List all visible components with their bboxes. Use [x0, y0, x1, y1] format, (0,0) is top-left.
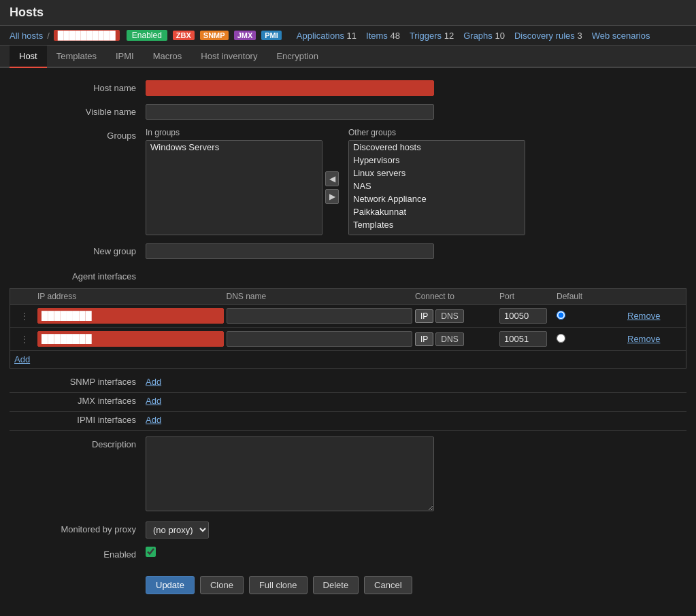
port-header: Port: [499, 292, 554, 301]
connect-dns-btn-2[interactable]: DNS: [435, 332, 463, 346]
monitored-by-proxy-label: Monitored by proxy: [10, 521, 146, 534]
remove-link-2[interactable]: Remove: [627, 334, 682, 344]
dns-input-2[interactable]: [227, 331, 413, 347]
host-name-input[interactable]: [146, 80, 434, 96]
port-input-1[interactable]: [499, 308, 547, 324]
port-input-2[interactable]: [499, 331, 547, 347]
enabled-label: Enabled: [10, 547, 146, 560]
default-header: Default: [557, 292, 625, 301]
full-clone-button[interactable]: Full clone: [249, 576, 308, 594]
snmp-interfaces-row: SNMP interfaces Add: [0, 377, 696, 387]
tab-host[interactable]: Host: [10, 46, 47, 68]
new-group-input[interactable]: [146, 243, 434, 259]
description-row: Description: [0, 437, 696, 513]
tab-encryption[interactable]: Encryption: [267, 46, 327, 68]
nav-items[interactable]: Items 48: [366, 31, 400, 41]
in-groups-list[interactable]: Windows Servers: [146, 140, 322, 235]
nav-applications[interactable]: Applications 11: [297, 31, 357, 41]
tab-host-inventory[interactable]: Host inventory: [191, 46, 267, 68]
delete-button[interactable]: Delete: [313, 576, 359, 594]
enabled-row: Enabled: [0, 547, 696, 560]
new-group-label: New group: [10, 243, 146, 256]
nav-triggers[interactable]: Triggers 12: [410, 31, 454, 41]
interface-row: ⋮ IP DNS Remove: [10, 305, 686, 328]
interfaces-header: IP address DNS name Connect to Port Defa…: [10, 289, 686, 305]
action-buttons: Update Clone Full clone Delete Cancel: [136, 568, 696, 602]
tab-ipmi[interactable]: IPMI: [106, 46, 144, 68]
interface-row: ⋮ IP DNS Remove: [10, 328, 686, 351]
agent-interfaces-label-row: Agent interfaces: [0, 267, 696, 286]
connect-ip-btn-1[interactable]: IP: [415, 309, 433, 323]
ipmi-interfaces-label: IPMI interfaces: [10, 415, 146, 425]
dns-name-header: DNS name: [227, 292, 413, 301]
visible-name-row: Visible name: [0, 104, 696, 120]
jmx-interfaces-label: JMX interfaces: [10, 396, 146, 406]
groups-row: Groups In groups Other groups Windows Se…: [0, 128, 696, 235]
tag-jmx: JMX: [234, 31, 256, 40]
connect-to-header: Connect to: [415, 292, 497, 301]
in-groups-label: In groups: [146, 128, 322, 137]
enabled-checkbox[interactable]: [146, 547, 156, 557]
ipmi-interfaces-row: IPMI interfaces Add: [0, 415, 696, 425]
nav-links: Applications 11 Items 48 Triggers 12 Gra…: [297, 31, 650, 41]
tag-zbx: ZBX: [173, 31, 195, 40]
agent-interfaces-label: Agent interfaces: [10, 271, 146, 281]
agent-interfaces-section: IP address DNS name Connect to Port Defa…: [10, 288, 686, 369]
current-host-badge: ██████████: [54, 30, 120, 41]
nav-web-scenarios[interactable]: Web scenarios: [592, 31, 650, 41]
tag-snmp: SNMP: [200, 31, 229, 40]
monitored-by-proxy-row: Monitored by proxy (no proxy): [0, 521, 696, 538]
nav-discovery[interactable]: Discovery rules 3: [514, 31, 582, 41]
proxy-select[interactable]: (no proxy): [146, 521, 209, 538]
ipmi-add-link[interactable]: Add: [146, 415, 161, 425]
tabs-bar: Host Templates IPMI Macros Host inventor…: [0, 46, 696, 68]
nav-graphs[interactable]: Graphs 10: [463, 31, 505, 41]
drag-handle-2[interactable]: ⋮: [14, 334, 35, 345]
visible-name-label: Visible name: [10, 104, 146, 117]
ip-input-2[interactable]: [37, 331, 224, 347]
snmp-interfaces-label: SNMP interfaces: [10, 377, 146, 387]
page-title: Hosts: [10, 5, 44, 19]
snmp-add-link[interactable]: Add: [146, 377, 161, 387]
status-badge: Enabled: [127, 30, 167, 41]
description-label: Description: [10, 437, 146, 449]
form-area: Host name Visible name Groups In groups …: [0, 68, 696, 615]
visible-name-input[interactable]: [146, 104, 434, 120]
drag-handle[interactable]: ⋮: [14, 311, 35, 322]
remove-link-1[interactable]: Remove: [627, 311, 682, 321]
jmx-add-link[interactable]: Add: [146, 396, 161, 406]
tab-templates[interactable]: Templates: [47, 46, 106, 68]
move-left-button[interactable]: ◀: [325, 171, 339, 186]
breadcrumb-separator: /: [47, 31, 50, 41]
tab-macros[interactable]: Macros: [144, 46, 192, 68]
connect-ip-btn-2[interactable]: IP: [415, 332, 433, 346]
clone-button[interactable]: Clone: [200, 576, 244, 594]
move-right-button[interactable]: ▶: [325, 189, 339, 204]
groups-label: Groups: [10, 128, 146, 141]
page-header: Hosts: [0, 0, 696, 26]
default-radio-1[interactable]: [557, 311, 565, 320]
breadcrumb-bar: All hosts / ██████████ Enabled ZBX SNMP …: [0, 26, 696, 46]
all-hosts-link[interactable]: All hosts: [10, 31, 43, 41]
default-radio-2[interactable]: [557, 334, 565, 343]
tag-pmi: PMI: [261, 31, 282, 40]
jmx-interfaces-row: JMX interfaces Add: [0, 396, 696, 406]
dns-input-1[interactable]: [227, 308, 413, 324]
add-interface-link[interactable]: Add: [10, 351, 34, 368]
cancel-button[interactable]: Cancel: [364, 576, 412, 594]
other-groups-list[interactable]: Discovered hosts Hypervisors Linux serve…: [348, 140, 525, 235]
update-button[interactable]: Update: [146, 576, 195, 594]
host-name-row: Host name: [0, 80, 696, 96]
host-name-label: Host name: [10, 80, 146, 93]
connect-dns-btn-1[interactable]: DNS: [435, 309, 463, 323]
new-group-row: New group: [0, 243, 696, 259]
other-groups-label: Other groups: [348, 128, 396, 137]
ip-input-1[interactable]: [37, 308, 224, 324]
description-textarea[interactable]: [146, 437, 434, 511]
ip-address-header: IP address: [37, 292, 224, 301]
